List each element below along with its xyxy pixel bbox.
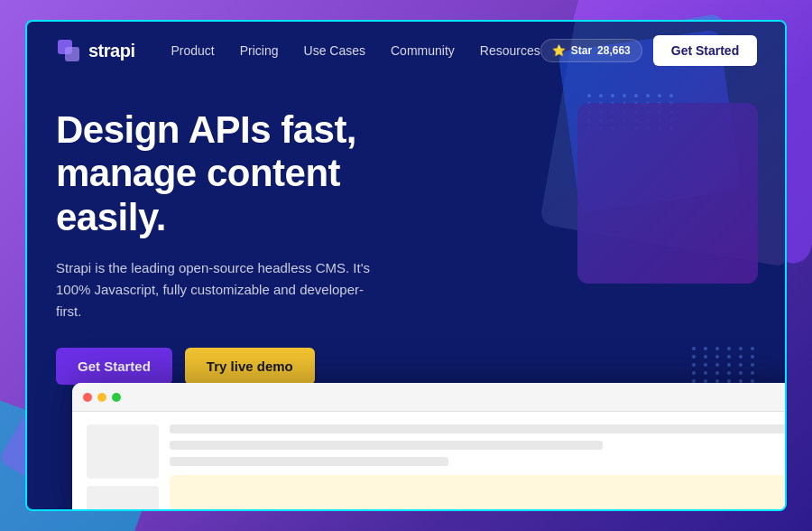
dot <box>587 94 591 98</box>
purple-card <box>577 103 758 284</box>
star-icon: ⭐ <box>552 44 566 57</box>
browser-dot-yellow <box>97 393 106 402</box>
dot <box>727 363 731 367</box>
dot <box>727 371 731 375</box>
dot <box>751 371 754 375</box>
nav-actions: ⭐ Star 28,663 Get Started <box>540 35 758 66</box>
live-demo-button[interactable]: Try live demo <box>185 348 315 385</box>
get-started-nav-button[interactable]: Get Started <box>653 35 757 66</box>
dot <box>751 355 754 359</box>
dot <box>727 355 731 359</box>
hero-section: Design APIs fast, manage content easily.… <box>27 79 478 385</box>
get-started-hero-button[interactable]: Get Started <box>56 348 172 385</box>
dot <box>669 94 673 98</box>
browser-bar <box>72 383 787 412</box>
browser-content <box>72 412 787 511</box>
hero-description: Strapi is the leading open-source headle… <box>56 257 381 322</box>
content-yellow-block <box>170 475 787 511</box>
nav-link-resources[interactable]: Resources <box>480 43 540 58</box>
content-line-wide <box>170 424 787 433</box>
dot <box>727 347 731 350</box>
dot <box>634 94 638 98</box>
star-label: Star <box>571 44 592 57</box>
main-container: strapi Product Pricing Use Cases Communi… <box>25 20 787 511</box>
dot <box>599 94 603 98</box>
dot <box>704 355 707 359</box>
dot <box>751 363 754 367</box>
dot <box>751 347 754 350</box>
browser-mockup-front <box>72 383 787 511</box>
hero-title: Design APIs fast, manage content easily. <box>56 108 449 239</box>
dot <box>715 371 719 375</box>
dot <box>692 355 696 359</box>
dot <box>692 347 696 350</box>
content-line-short <box>170 457 448 466</box>
dot <box>704 347 707 350</box>
dot-grid-bottom: (function() { const grid = document.quer… <box>692 347 758 383</box>
browser-dot-green <box>112 393 121 402</box>
dot <box>739 355 743 359</box>
browser-main <box>170 424 787 511</box>
navbar: strapi Product Pricing Use Cases Communi… <box>27 22 785 79</box>
browser-dot-red <box>83 393 92 402</box>
dot <box>715 363 719 367</box>
nav-links: Product Pricing Use Cases Community Reso… <box>171 43 540 58</box>
logo-text: strapi <box>88 41 134 61</box>
hero-buttons: Get Started Try live demo <box>56 348 449 385</box>
dot <box>611 94 614 98</box>
nav-link-pricing[interactable]: Pricing <box>240 43 279 58</box>
sidebar-block-main <box>87 424 159 479</box>
dot <box>623 94 626 98</box>
star-count: 28,663 <box>597 44 631 57</box>
dot <box>692 363 696 367</box>
dot <box>739 363 743 367</box>
sidebar-block-secondary <box>87 486 159 511</box>
star-badge[interactable]: ⭐ Star 28,663 <box>540 39 642 62</box>
logo-icon <box>56 38 81 63</box>
content-line-medium <box>170 441 603 450</box>
dot <box>715 355 719 359</box>
dot <box>704 371 707 375</box>
dot <box>692 371 696 375</box>
nav-link-use-cases[interactable]: Use Cases <box>304 43 365 58</box>
logo[interactable]: strapi <box>56 38 134 63</box>
nav-link-community[interactable]: Community <box>391 43 455 58</box>
dot <box>646 94 650 98</box>
svg-rect-1 <box>65 47 79 61</box>
dot <box>739 371 743 375</box>
nav-link-product[interactable]: Product <box>171 43 214 58</box>
dot <box>715 347 719 350</box>
dot <box>704 363 707 367</box>
browser-sidebar <box>87 424 159 511</box>
dot <box>739 347 743 350</box>
dot <box>658 94 661 98</box>
